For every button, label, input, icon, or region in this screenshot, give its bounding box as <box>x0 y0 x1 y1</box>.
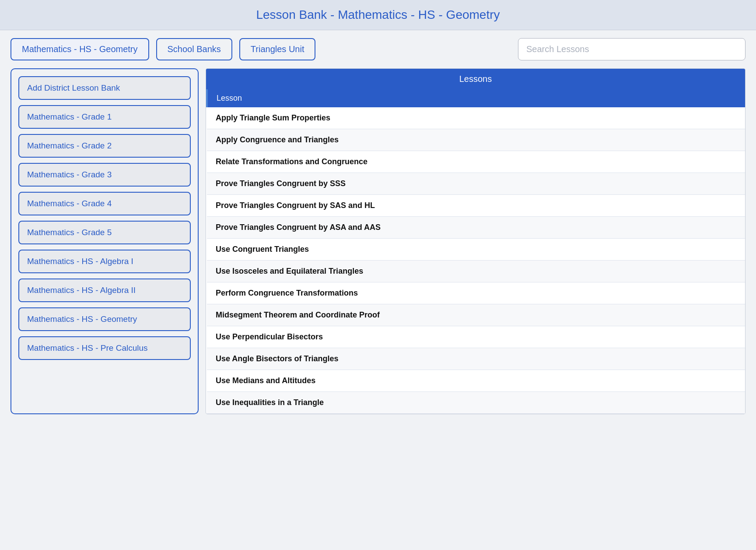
lessons-table: Lesson Apply Triangle Sum PropertiesAppl… <box>206 89 745 414</box>
table-row[interactable]: Midsegment Theorem and Coordinate Proof <box>207 304 745 326</box>
lesson-title: Apply Congruence and Triangles <box>207 129 745 151</box>
table-row[interactable]: Prove Triangles Congruent by SSS <box>207 173 745 195</box>
table-row[interactable]: Use Medians and Altitudes <box>207 370 745 392</box>
lesson-title: Use Perpendicular Bisectors <box>207 326 745 348</box>
lesson-title: Apply Triangle Sum Properties <box>207 107 745 129</box>
sidebar-item-add-district[interactable]: Add District Lesson Bank <box>18 76 191 100</box>
tab-math-hs-geo[interactable]: Mathematics - HS - Geometry <box>10 38 149 60</box>
lesson-title: Use Medians and Altitudes <box>207 370 745 392</box>
lesson-title: Prove Triangles Congruent by ASA and AAS <box>207 217 745 239</box>
page-title: Lesson Bank - Mathematics - HS - Geometr… <box>0 8 756 22</box>
table-row[interactable]: Use Inequalities in a Triangle <box>207 392 745 414</box>
table-row[interactable]: Perform Congruence Transformations <box>207 282 745 304</box>
table-row[interactable]: Use Angle Bisectors of Triangles <box>207 348 745 370</box>
search-input[interactable] <box>518 38 746 60</box>
tab-triangles-unit[interactable]: Triangles Unit <box>239 38 316 60</box>
tab-school-banks[interactable]: School Banks <box>156 38 232 60</box>
sidebar-item-grade-5[interactable]: Mathematics - Grade 5 <box>18 221 191 244</box>
table-row[interactable]: Use Isosceles and Equilateral Triangles <box>207 261 745 282</box>
table-row[interactable]: Use Perpendicular Bisectors <box>207 326 745 348</box>
sidebar-item-grade-4[interactable]: Mathematics - Grade 4 <box>18 192 191 215</box>
table-row[interactable]: Prove Triangles Congruent by ASA and AAS <box>207 217 745 239</box>
sidebar: Add District Lesson Bank Mathematics - G… <box>10 68 199 414</box>
sidebar-item-grade-1[interactable]: Mathematics - Grade 1 <box>18 105 191 129</box>
sidebar-item-hs-algebra1[interactable]: Mathematics - HS - Algebra I <box>18 250 191 273</box>
page-title-bar: Lesson Bank - Mathematics - HS - Geometr… <box>0 0 756 30</box>
sidebar-item-grade-2[interactable]: Mathematics - Grade 2 <box>18 134 191 158</box>
lesson-title: Use Inequalities in a Triangle <box>207 392 745 414</box>
table-row[interactable]: Use Congruent Triangles <box>207 239 745 261</box>
table-row[interactable]: Apply Congruence and Triangles <box>207 129 745 151</box>
lesson-title: Midsegment Theorem and Coordinate Proof <box>207 304 745 326</box>
lesson-title: Use Congruent Triangles <box>207 239 745 261</box>
sidebar-item-hs-algebra2[interactable]: Mathematics - HS - Algebra II <box>18 279 191 302</box>
sidebar-item-hs-geometry[interactable]: Mathematics - HS - Geometry <box>18 307 191 331</box>
lesson-title: Prove Triangles Congruent by SSS <box>207 173 745 195</box>
lesson-title: Perform Congruence Transformations <box>207 282 745 304</box>
lessons-header: Lessons <box>206 69 745 89</box>
lessons-panel: Lessons Lesson Apply Triangle Sum Proper… <box>206 68 746 414</box>
main-content: Add District Lesson Bank Mathematics - G… <box>0 68 756 425</box>
lessons-column-header: Lesson <box>207 89 745 107</box>
table-row[interactable]: Apply Triangle Sum Properties <box>207 107 745 129</box>
table-row[interactable]: Prove Triangles Congruent by SAS and HL <box>207 195 745 217</box>
lesson-title: Use Angle Bisectors of Triangles <box>207 348 745 370</box>
table-row[interactable]: Relate Transformations and Congruence <box>207 151 745 173</box>
lesson-title: Relate Transformations and Congruence <box>207 151 745 173</box>
sidebar-item-grade-3[interactable]: Mathematics - Grade 3 <box>18 163 191 187</box>
sidebar-item-hs-precalc[interactable]: Mathematics - HS - Pre Calculus <box>18 336 191 360</box>
top-bar: Mathematics - HS - Geometry School Banks… <box>0 30 756 68</box>
lesson-title: Prove Triangles Congruent by SAS and HL <box>207 195 745 217</box>
lesson-title: Use Isosceles and Equilateral Triangles <box>207 261 745 282</box>
